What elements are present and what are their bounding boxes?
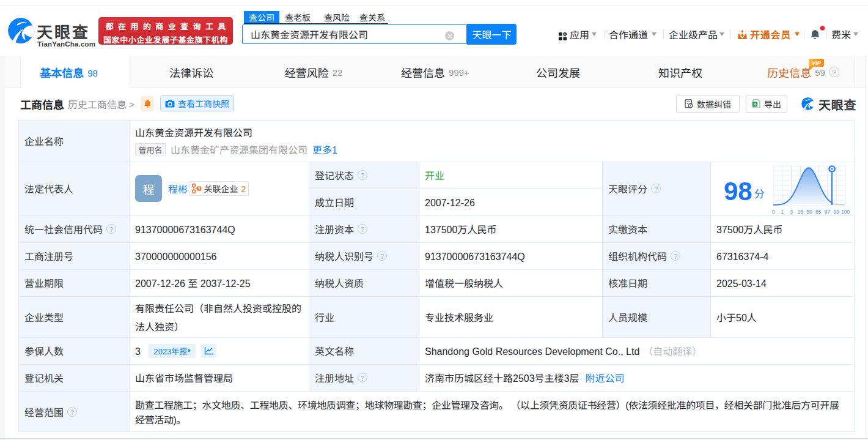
svg-text:99: 99 [834, 209, 840, 215]
svg-text:97: 97 [825, 209, 831, 215]
svg-text:3: 3 [790, 209, 793, 215]
svg-text:1: 1 [781, 209, 784, 215]
svg-text:100: 100 [841, 209, 850, 215]
svg-text:85: 85 [815, 209, 822, 215]
svg-text:50: 50 [806, 209, 812, 215]
svg-text:0: 0 [772, 209, 775, 215]
svg-text:15: 15 [798, 209, 804, 215]
